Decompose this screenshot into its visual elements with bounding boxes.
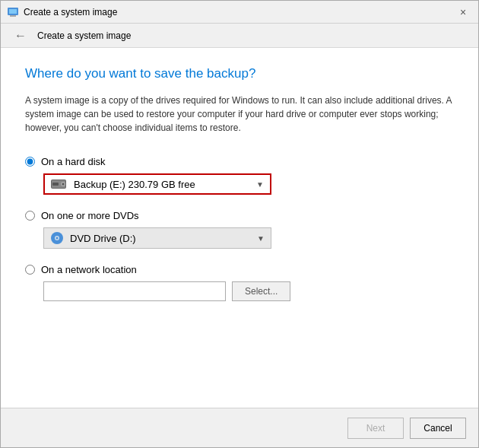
hard-disk-dropdown-wrapper: Backup (E:) 230.79 GB free ▼ bbox=[43, 173, 454, 195]
svg-point-6 bbox=[62, 183, 65, 186]
svg-rect-2 bbox=[10, 15, 16, 17]
title-bar-title: Create a system image bbox=[24, 7, 117, 17]
window-icon bbox=[7, 6, 19, 18]
option-row-network: On a network location bbox=[25, 264, 454, 275]
dvd-dropdown-content: DVD Drive (D:) bbox=[50, 231, 136, 245]
hard-disk-dropdown-value: Backup (E:) 230.79 GB free bbox=[74, 179, 195, 190]
next-button[interactable]: Next bbox=[347, 418, 404, 439]
dvd-dropdown-arrow: ▼ bbox=[257, 234, 265, 243]
dvd-dropdown-value: DVD Drive (D:) bbox=[70, 233, 136, 244]
back-button[interactable]: ← bbox=[10, 27, 31, 44]
label-dvd[interactable]: On one or more DVDs bbox=[41, 210, 139, 221]
hard-disk-dropdown-content: Backup (E:) 230.79 GB free bbox=[51, 178, 195, 190]
dvd-dropdown-wrapper: DVD Drive (D:) ▼ bbox=[43, 227, 454, 249]
title-bar: Create a system image × bbox=[1, 1, 478, 24]
option-group-network: On a network location Select... bbox=[25, 264, 454, 301]
hdd-icon bbox=[51, 178, 68, 190]
label-network[interactable]: On a network location bbox=[41, 264, 137, 275]
dvd-icon bbox=[50, 231, 64, 245]
window: Create a system image × ← Create a syste… bbox=[0, 0, 479, 448]
nav-bar: ← Create a system image bbox=[1, 24, 478, 48]
radio-dvd[interactable] bbox=[25, 211, 35, 221]
svg-rect-1 bbox=[9, 9, 17, 14]
network-input-row: Select... bbox=[43, 281, 454, 301]
content-area: Where do you want to save the backup? A … bbox=[1, 48, 478, 408]
svg-rect-7 bbox=[52, 183, 59, 186]
hard-disk-dropdown-arrow: ▼ bbox=[256, 180, 264, 189]
label-hard-disk[interactable]: On a hard disk bbox=[41, 156, 106, 167]
footer: Next Cancel bbox=[1, 408, 478, 447]
cancel-button[interactable]: Cancel bbox=[410, 418, 466, 439]
page-question: Where do you want to save the backup? bbox=[25, 66, 454, 81]
select-button[interactable]: Select... bbox=[232, 281, 290, 301]
option-row-hard-disk: On a hard disk bbox=[25, 156, 454, 167]
dvd-dropdown: DVD Drive (D:) ▼ bbox=[43, 227, 271, 249]
hard-disk-dropdown[interactable]: Backup (E:) 230.79 GB free ▼ bbox=[43, 173, 271, 195]
page-description: A system image is a copy of the drives r… bbox=[25, 94, 454, 135]
option-group-hard-disk: On a hard disk Backup (E:) 230.79 GB fr bbox=[25, 156, 454, 195]
option-row-dvd: On one or more DVDs bbox=[25, 210, 454, 221]
svg-point-10 bbox=[56, 237, 59, 240]
radio-network[interactable] bbox=[25, 265, 35, 275]
option-group-dvd: On one or more DVDs DVD Drive (D:) ▼ bbox=[25, 210, 454, 249]
network-location-input[interactable] bbox=[43, 281, 226, 301]
close-button[interactable]: × bbox=[454, 3, 472, 21]
nav-title: Create a system image bbox=[37, 30, 131, 41]
radio-hard-disk[interactable] bbox=[25, 157, 35, 167]
title-bar-left: Create a system image bbox=[7, 6, 117, 18]
